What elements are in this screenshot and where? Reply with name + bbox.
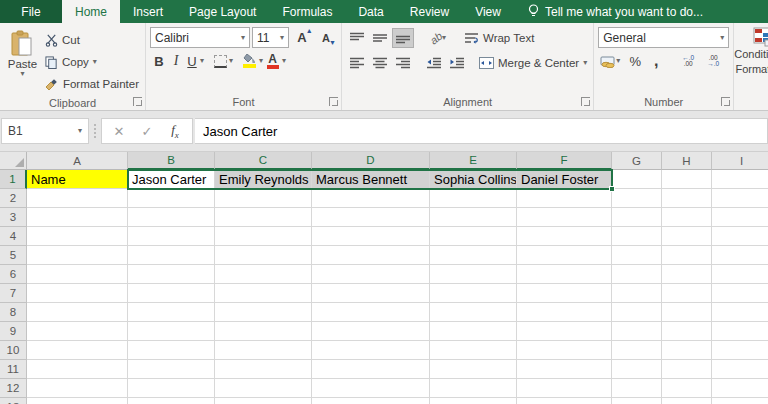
cell-D9[interactable]	[312, 322, 430, 341]
formula-input[interactable]: Jason Carter	[195, 118, 768, 144]
cell-G3[interactable]	[612, 208, 662, 227]
cell-H1[interactable]	[662, 170, 712, 189]
row-header-11[interactable]: 11	[0, 360, 27, 379]
font-color-button[interactable]: A	[263, 51, 282, 71]
cell-F3[interactable]	[517, 208, 612, 227]
cell-I7[interactable]	[712, 284, 768, 303]
cell-E7[interactable]	[430, 284, 517, 303]
comma-style-button[interactable]: ,	[648, 51, 664, 71]
cell-E3[interactable]	[430, 208, 517, 227]
cell-G13[interactable]	[612, 398, 662, 404]
cell-F8[interactable]	[517, 303, 612, 322]
copy-button[interactable]: Copy ▾	[43, 51, 141, 73]
cell-I12[interactable]	[712, 379, 768, 398]
cell-A1[interactable]: Name	[27, 170, 128, 189]
top-align-button[interactable]	[346, 28, 368, 48]
row-header-12[interactable]: 12	[0, 379, 27, 398]
row-header-5[interactable]: 5	[0, 246, 27, 265]
clipboard-dialog-launcher[interactable]	[133, 97, 142, 106]
middle-align-button[interactable]	[369, 28, 391, 48]
cell-A13[interactable]	[27, 398, 128, 404]
cell-C7[interactable]	[215, 284, 312, 303]
formula-bar-splitter[interactable]	[89, 124, 101, 138]
cell-D6[interactable]	[312, 265, 430, 284]
conditional-formatting-button[interactable]: Conditional Formatting	[734, 23, 768, 77]
cell-H2[interactable]	[662, 189, 712, 208]
cell-B8[interactable]	[128, 303, 215, 322]
cell-H13[interactable]	[662, 398, 712, 404]
tab-view[interactable]: View	[462, 0, 514, 23]
cell-D10[interactable]	[312, 341, 430, 360]
increase-indent-button[interactable]	[446, 53, 468, 73]
cell-E13[interactable]	[430, 398, 517, 404]
cell-F5[interactable]	[517, 246, 612, 265]
row-header-1[interactable]: 1	[0, 170, 27, 189]
cell-C11[interactable]	[215, 360, 312, 379]
cell-E6[interactable]	[430, 265, 517, 284]
cell-I5[interactable]	[712, 246, 768, 265]
cell-C6[interactable]	[215, 265, 312, 284]
cell-H4[interactable]	[662, 227, 712, 246]
name-box[interactable]: B1 ▾	[1, 118, 89, 144]
cell-F4[interactable]	[517, 227, 612, 246]
tab-formulas[interactable]: Formulas	[269, 0, 345, 23]
bottom-align-button[interactable]	[392, 28, 414, 48]
cell-C9[interactable]	[215, 322, 312, 341]
column-header-I[interactable]: I	[712, 152, 768, 170]
column-header-F[interactable]: F	[517, 152, 612, 170]
cell-C3[interactable]	[215, 208, 312, 227]
row-header-4[interactable]: 4	[0, 227, 27, 246]
tab-page-layout[interactable]: Page Layout	[176, 0, 269, 23]
cell-D13[interactable]	[312, 398, 430, 404]
cell-B11[interactable]	[128, 360, 215, 379]
cell-I6[interactable]	[712, 265, 768, 284]
cell-G9[interactable]	[612, 322, 662, 341]
cell-B7[interactable]	[128, 284, 215, 303]
cell-I9[interactable]	[712, 322, 768, 341]
paste-button[interactable]: Paste ▾	[4, 27, 41, 95]
fill-color-button[interactable]	[240, 51, 259, 71]
cell-G1[interactable]	[612, 170, 662, 189]
cell-I13[interactable]	[712, 398, 768, 404]
font-name-combo[interactable]: Calibri ▾	[150, 27, 250, 48]
cell-B3[interactable]	[128, 208, 215, 227]
cell-H5[interactable]	[662, 246, 712, 265]
cell-C12[interactable]	[215, 379, 312, 398]
number-format-combo[interactable]: General ▾	[598, 27, 729, 48]
cell-H9[interactable]	[662, 322, 712, 341]
column-header-B[interactable]: B	[128, 152, 215, 170]
align-center-button[interactable]	[369, 53, 391, 73]
cell-H11[interactable]	[662, 360, 712, 379]
italic-button[interactable]: I	[168, 51, 184, 71]
cell-B1[interactable]: Jason Carter	[128, 170, 215, 189]
cell-B6[interactable]	[128, 265, 215, 284]
cut-button[interactable]: Cut	[43, 29, 141, 51]
cell-A8[interactable]	[27, 303, 128, 322]
row-header-3[interactable]: 3	[0, 208, 27, 227]
cell-C8[interactable]	[215, 303, 312, 322]
tab-review[interactable]: Review	[397, 0, 462, 23]
cell-E10[interactable]	[430, 341, 517, 360]
cell-F10[interactable]	[517, 341, 612, 360]
row-header-2[interactable]: 2	[0, 189, 27, 208]
cell-F9[interactable]	[517, 322, 612, 341]
tab-insert[interactable]: Insert	[120, 0, 176, 23]
cell-A5[interactable]	[27, 246, 128, 265]
cell-B13[interactable]	[128, 398, 215, 404]
cell-H3[interactable]	[662, 208, 712, 227]
cell-F1[interactable]: Daniel Foster	[517, 170, 612, 189]
cell-B12[interactable]	[128, 379, 215, 398]
cell-A4[interactable]	[27, 227, 128, 246]
alignment-dialog-launcher[interactable]	[581, 97, 590, 106]
tab-data[interactable]: Data	[345, 0, 396, 23]
increase-font-size-button[interactable]: A▲	[291, 28, 313, 48]
cell-H12[interactable]	[662, 379, 712, 398]
cell-F11[interactable]	[517, 360, 612, 379]
cell-A12[interactable]	[27, 379, 128, 398]
cell-G10[interactable]	[612, 341, 662, 360]
cell-C10[interactable]	[215, 341, 312, 360]
cell-H10[interactable]	[662, 341, 712, 360]
decrease-indent-button[interactable]	[423, 53, 445, 73]
cell-E11[interactable]	[430, 360, 517, 379]
cell-D7[interactable]	[312, 284, 430, 303]
